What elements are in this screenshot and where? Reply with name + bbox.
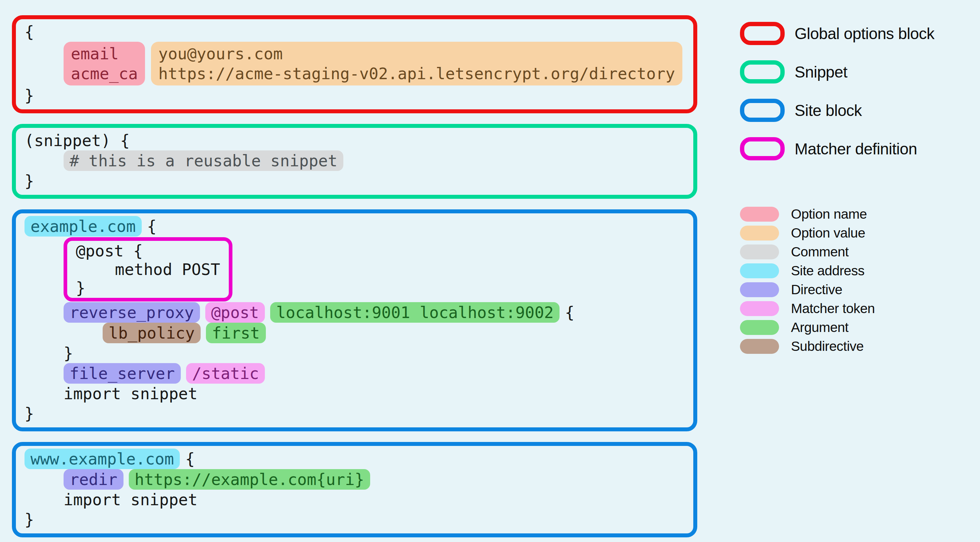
site-block-example: example.com{ @post { method POST } rever… [12,209,697,431]
legend-item-global-options: Global options block [740,22,972,45]
legend-item-site-address: Site address [740,263,972,278]
option-name: email [71,44,138,64]
legend-label: Subdirective [791,339,864,354]
matcher-definition-swatch [740,137,785,160]
code-line: method POST [76,260,220,279]
option-name-swatch [740,207,779,222]
site-block-www: www.example.com{ redirhttps://example.co… [12,442,697,537]
argument-token: localhost:9001 localhost:9002 [270,302,560,323]
option-value: you@yours.com [158,44,675,64]
site-block-swatch [740,99,785,122]
legend-label: Directive [791,282,842,298]
directive-swatch [740,282,779,297]
legend-label: Site address [791,263,864,279]
legend-label: Option value [791,225,865,241]
open-brace: { [147,216,157,236]
argument-swatch [740,320,779,335]
caddyfile-concepts-diagram: { email acme_ca you@yours.com https://ac… [0,0,980,542]
comment-token: # this is a reusable snippet [64,150,343,171]
code-line: } [24,171,685,191]
open-brace: { [24,22,34,42]
close-brace: } [64,343,73,363]
code-line: www.example.com{ [24,449,685,469]
code-line: import snippet [64,384,685,403]
code-line: example.com{ [24,216,685,236]
legend-item-site-block: Site block [740,99,972,122]
code-line: redirhttps://example.com{uri} [64,469,685,489]
code-line: } [76,279,220,297]
legend-token-section: Option name Option value Comment Site ad… [740,207,972,354]
subdirective-swatch [740,339,779,354]
directive-token: file_server [64,363,181,384]
option-name: acme_ca [71,64,138,83]
site-address-swatch [740,263,779,278]
code-line: import snippet [64,489,685,510]
code-line: } [24,86,685,105]
snippet-swatch [740,60,785,83]
matcher-token: @post [205,302,265,323]
global-options-block: { email acme_ca you@yours.com https://ac… [12,15,697,113]
import-statement: import snippet [64,384,198,403]
close-brace: } [24,510,34,529]
legend-item-option-name: Option name [740,207,972,222]
code-line: (snippet) { [24,131,685,150]
code-line: } [24,510,685,529]
code-line: reverse_proxy@postlocalhost:9001 localho… [64,302,685,323]
legend-label: Global options block [795,24,934,43]
comment-swatch [740,244,779,260]
legend: Global options block Snippet Site block … [740,22,972,358]
open-brace: { [565,303,574,322]
close-brace: } [24,86,34,105]
code-line: } [64,343,685,363]
legend-label: Option name [791,206,867,222]
close-brace: } [24,171,34,191]
legend-label: Matcher definition [795,140,917,158]
code-line: # this is a reusable snippet [24,150,685,171]
matcher-definition-box: @post { method POST } [64,237,232,301]
legend-label: Site block [795,101,862,120]
option-value-token: you@yours.com https://acme-staging-v02.a… [151,42,682,86]
caddyfile-code-column: { email acme_ca you@yours.com https://ac… [12,15,697,537]
legend-item-matcher-token: Matcher token [740,301,972,316]
directive-token: reverse_proxy [64,302,200,323]
import-statement: import snippet [64,489,198,510]
matcher-token-swatch [740,301,779,316]
legend-label: Snippet [795,63,847,81]
site-address-token: example.com [24,216,142,236]
legend-label: Comment [791,244,849,260]
option-name-token: email acme_ca [64,42,145,86]
matcher-body: method POST [115,260,220,279]
legend-item-snippet: Snippet [740,60,972,83]
legend-item-option-value: Option value [740,226,972,241]
open-brace: { [185,449,195,469]
option-value: https://acme-staging-v02.api.letsencrypt… [158,64,675,83]
legend-item-argument: Argument [740,320,972,335]
code-line: } [24,403,685,423]
matcher-open: @post { [76,242,143,260]
legend-item-subdirective: Subdirective [740,339,972,354]
option-value-swatch [740,226,779,241]
code-line: lb_policyfirst [103,323,685,343]
code-line: { [24,22,685,42]
directive-token: redir [64,469,124,489]
global-options-swatch [740,22,785,45]
site-address-token: www.example.com [24,449,180,469]
legend-item-directive: Directive [740,282,972,297]
argument-token: https://example.com{uri} [129,469,371,489]
legend-label: Argument [791,320,849,335]
argument-token: first [206,323,266,343]
close-brace: } [24,403,34,423]
snippet-block: (snippet) { # this is a reusable snippet… [12,124,697,199]
matcher-token: /static [186,363,265,384]
code-line: @post { [76,242,220,260]
code-line: file_server/static [64,363,685,384]
legend-item-comment: Comment [740,244,972,260]
legend-label: Matcher token [791,301,875,316]
legend-item-matcher-definition: Matcher definition [740,137,972,160]
global-options-group: email acme_ca you@yours.com https://acme… [64,42,685,86]
snippet-declaration: (snippet) { [24,131,130,150]
close-brace: } [76,279,86,297]
subdirective-token: lb_policy [103,323,200,343]
